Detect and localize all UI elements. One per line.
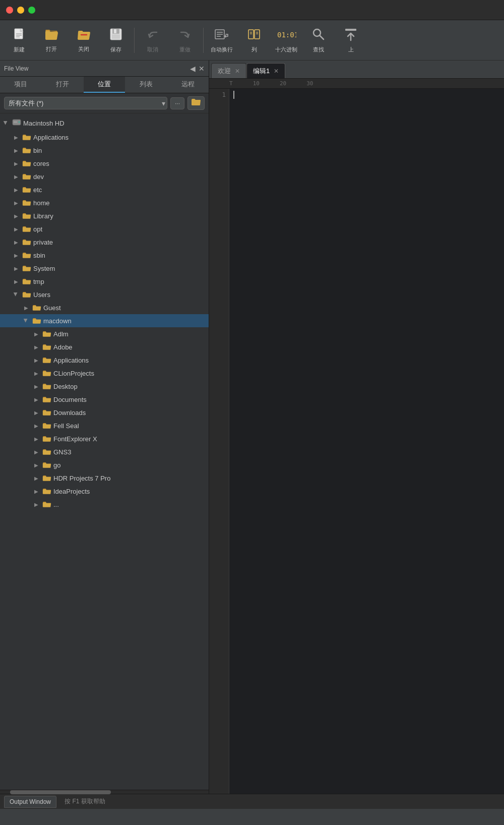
tree-label-dev: dev (33, 173, 207, 181)
tree-item-gns3[interactable]: ▶ GNS3 (0, 445, 209, 458)
tree-item-ideaprojects[interactable]: ▶ IdeaProjects (0, 485, 209, 498)
tree-item-applications-root[interactable]: ▶ Applications (0, 131, 209, 144)
folder-icon (22, 278, 31, 285)
folder-icon (42, 330, 51, 337)
tree-item-dev[interactable]: ▶ dev (0, 170, 209, 183)
new-button[interactable]: 新建 (4, 23, 34, 58)
save-icon (109, 27, 123, 44)
open-label: 打开 (46, 45, 57, 53)
tab-open[interactable]: 打开 (42, 77, 84, 93)
tree-item-macintosh-hd[interactable]: ▶ Macintosh HD (0, 115, 209, 131)
close-file-icon (77, 28, 91, 43)
scroll-thumb[interactable] (10, 790, 111, 794)
tab-welcome-label: 欢迎 (218, 67, 231, 76)
tree-item-adlm[interactable]: ▶ Adlm (0, 327, 209, 340)
maximize-button[interactable] (28, 7, 35, 14)
tree-item-adobe[interactable]: ▶ Adobe (0, 340, 209, 353)
folder-icon (42, 475, 51, 482)
tab-welcome[interactable]: 欢迎 ✕ (211, 63, 246, 78)
editor-text[interactable] (229, 89, 504, 794)
tab-remote[interactable]: 远程 (167, 77, 209, 93)
tree-item-applications-user[interactable]: ▶ Applications (0, 353, 209, 367)
close-file-button[interactable]: 关闭 (69, 23, 99, 58)
save-button[interactable]: 保存 (101, 23, 131, 58)
tree-item-home[interactable]: ▶ home (0, 196, 209, 209)
tree-label-macdown: macdown (43, 317, 207, 325)
tree-item-tmp[interactable]: ▶ tmp (0, 275, 209, 288)
tab-edit1[interactable]: 编辑1 ✕ (246, 63, 285, 78)
folder-icon (42, 501, 51, 508)
tree-label-library: Library (33, 212, 207, 220)
editor-content[interactable]: 1 (209, 89, 504, 794)
tree-item-downloads[interactable]: ▶ Downloads (0, 406, 209, 419)
tree-label-hdr-projects: HDR Projects 7 Pro (53, 475, 207, 482)
expand-arrow: ▶ (32, 487, 40, 495)
expand-arrow: ▶ (12, 238, 20, 246)
tab-list[interactable]: 列表 (125, 77, 167, 93)
folder-icon (42, 357, 51, 364)
expand-arrow: ▶ (12, 172, 20, 181)
tree-item-opt[interactable]: ▶ opt (0, 222, 209, 235)
tree-label-documents: Documents (53, 396, 207, 403)
hex-button[interactable]: 01:01 十六进制 (271, 23, 301, 58)
tree-item-go[interactable]: ▶ go (0, 458, 209, 472)
tree-label-fell-seal: Fell Seal (53, 422, 207, 430)
tree-item-guest[interactable]: ▶ Guest (0, 301, 209, 314)
folder-icon (42, 488, 51, 495)
tree-item-users[interactable]: ▶ Users (0, 288, 209, 301)
minimize-button[interactable] (17, 7, 24, 14)
tree-item-bin[interactable]: ▶ bin (0, 144, 209, 157)
expand-arrow: ▶ (12, 264, 20, 272)
tab-welcome-close[interactable]: ✕ (235, 68, 240, 75)
file-tree[interactable]: ▶ Macintosh HD ▶ Applications (0, 113, 209, 790)
tree-item-fell-seal[interactable]: ▶ Fell Seal (0, 419, 209, 432)
tab-edit1-close[interactable]: ✕ (274, 68, 279, 75)
folder-icon (42, 409, 51, 416)
new-doc-icon (12, 27, 26, 44)
filter-folder-button[interactable] (187, 96, 205, 110)
tree-item-documents[interactable]: ▶ Documents (0, 393, 209, 406)
tree-label-adobe: Adobe (53, 343, 207, 351)
tree-item-desktop[interactable]: ▶ Desktop (0, 380, 209, 393)
file-panel-controls: ◀ ✕ (190, 65, 205, 73)
expand-arrow: ▶ (12, 225, 20, 233)
expand-arrow: ▶ (32, 395, 40, 403)
output-window-tab[interactable]: Output Window (4, 796, 56, 808)
cols-button[interactable]: 列 (239, 23, 269, 58)
tree-item-hdr-projects[interactable]: ▶ HDR Projects 7 Pro (0, 472, 209, 485)
close-button[interactable] (6, 7, 13, 14)
tab-project[interactable]: 项目 (0, 77, 42, 93)
tree-item-library[interactable]: ▶ Library (0, 209, 209, 222)
folder-icon (42, 383, 51, 390)
tab-location[interactable]: 位置 (84, 77, 125, 93)
redo-button[interactable]: 重做 (170, 23, 200, 58)
open-button[interactable]: 打开 (36, 23, 67, 58)
filter-input[interactable] (4, 97, 167, 109)
expand-arrow: ▶ (22, 317, 30, 325)
tree-item-more[interactable]: ▶ ... (0, 498, 209, 511)
tree-item-macdown[interactable]: ▶ macdown (0, 314, 209, 327)
expand-arrow: ▶ (12, 277, 20, 285)
filter-input-wrap: ▾ (4, 97, 167, 109)
tree-label-adlm: Adlm (53, 330, 207, 338)
folder-icon (42, 448, 51, 455)
filter-dropdown-button[interactable]: ▾ (162, 99, 165, 107)
up-button[interactable]: 上 (336, 23, 366, 58)
filter-extra-button[interactable]: ··· (170, 97, 184, 109)
tree-label-system: System (33, 265, 207, 272)
status-bar: Output Window 按 F1 获取帮助 (0, 794, 504, 809)
wrap-button[interactable]: 自动换行 (207, 23, 237, 58)
tree-item-sbin[interactable]: ▶ sbin (0, 249, 209, 262)
tree-item-private[interactable]: ▶ private (0, 235, 209, 249)
tree-label-bin: bin (33, 147, 207, 154)
tree-item-cores[interactable]: ▶ cores (0, 157, 209, 170)
panel-close-button[interactable]: ✕ (199, 65, 205, 73)
panel-collapse-button[interactable]: ◀ (190, 65, 196, 73)
tree-item-etc[interactable]: ▶ etc (0, 183, 209, 196)
tree-item-fontexplorer[interactable]: ▶ FontExplorer X (0, 432, 209, 445)
tree-item-clionprojects[interactable]: ▶ CLionProjects (0, 367, 209, 380)
file-panel-title: File View (4, 65, 28, 72)
find-button[interactable]: 查找 (303, 23, 334, 58)
undo-button[interactable]: 取消 (138, 23, 168, 58)
tree-item-system[interactable]: ▶ System (0, 262, 209, 275)
